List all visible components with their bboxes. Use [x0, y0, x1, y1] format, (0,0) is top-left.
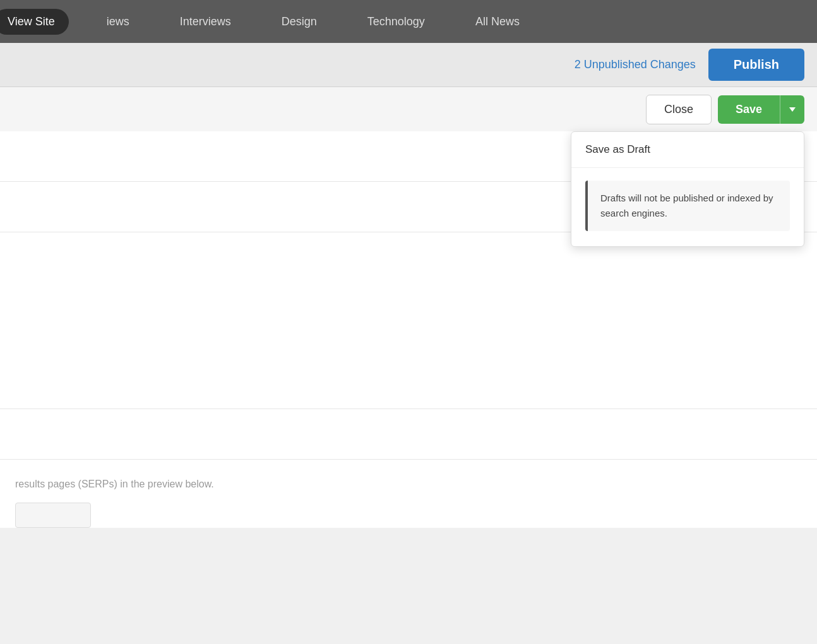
save-button-group: Save	[718, 95, 804, 124]
unpublished-changes-label: 2 Unpublished Changes	[575, 58, 696, 71]
draft-info-text: Drafts will not be published or indexed …	[585, 181, 790, 231]
nav-item-all-news[interactable]: All News	[450, 15, 545, 28]
nav-item-reviews[interactable]: iews	[81, 15, 155, 28]
save-button[interactable]: Save	[718, 95, 780, 124]
content-large-section	[0, 232, 817, 409]
save-as-draft-item[interactable]: Save as Draft	[571, 132, 804, 168]
publish-bar: 2 Unpublished Changes Publish	[0, 43, 817, 87]
content-bottom-section	[0, 409, 817, 460]
chevron-down-icon	[789, 107, 796, 112]
serp-preview-text: results pages (SERPs) in the preview bel…	[0, 460, 817, 496]
nav-item-technology[interactable]: Technology	[342, 15, 450, 28]
action-bar: Close Save Save as Draft Drafts will not…	[0, 87, 817, 131]
serp-section: results pages (SERPs) in the preview bel…	[0, 460, 817, 528]
nav-menu: iews Interviews Design Technology All Ne…	[81, 15, 545, 28]
close-button[interactable]: Close	[646, 95, 712, 124]
view-site-button[interactable]: View Site	[0, 9, 69, 35]
save-dropdown-menu: Save as Draft Drafts will not be publish…	[571, 131, 804, 247]
nav-item-design[interactable]: Design	[256, 15, 342, 28]
nav-item-interviews[interactable]: Interviews	[155, 15, 256, 28]
publish-button[interactable]: Publish	[708, 49, 804, 81]
serp-input[interactable]	[15, 503, 91, 528]
save-dropdown-toggle[interactable]	[780, 95, 804, 124]
top-nav-bar: View Site iews Interviews Design Technol…	[0, 0, 817, 43]
